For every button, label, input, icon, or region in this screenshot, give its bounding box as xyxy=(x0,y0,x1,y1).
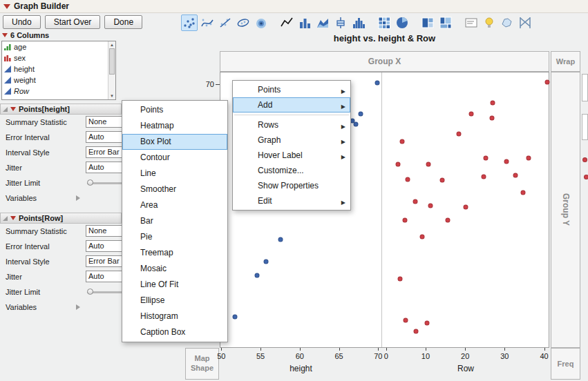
menu-item-ellipse[interactable]: Ellipse xyxy=(122,293,227,309)
data-point-height[interactable] xyxy=(254,273,259,277)
variables-disclosure-icon[interactable] xyxy=(76,304,80,310)
points-height-panel-header[interactable]: Points[height] xyxy=(0,104,122,115)
menu-item-heatmap[interactable]: Heatmap xyxy=(122,118,227,134)
data-point-Row[interactable] xyxy=(424,321,429,326)
menu-item-show-properties[interactable]: Show Properties xyxy=(233,178,350,193)
menu-item-add[interactable]: Add▶ xyxy=(233,97,350,113)
menu-item-edit[interactable]: Edit▶ xyxy=(233,193,350,208)
menu-item-mosaic[interactable]: Mosaic xyxy=(122,261,227,277)
data-point-Row[interactable] xyxy=(413,329,418,333)
menu-item-customize[interactable]: Customize... xyxy=(233,163,350,178)
column-item-row[interactable]: Row xyxy=(2,86,107,97)
parallel-plot-icon[interactable] xyxy=(517,14,533,31)
treemap-icon[interactable] xyxy=(419,14,436,31)
data-point-Row[interactable] xyxy=(481,174,486,179)
data-point-Row[interactable] xyxy=(428,204,433,208)
menu-item-caption-box[interactable]: Caption Box xyxy=(122,324,227,340)
map-shape-icon[interactable] xyxy=(499,14,515,31)
data-point-Row[interactable] xyxy=(513,173,518,177)
box-plot-icon[interactable] xyxy=(332,14,349,31)
data-point-Row[interactable] xyxy=(395,162,400,167)
data-point-Row[interactable] xyxy=(397,277,402,282)
data-point-Row[interactable] xyxy=(463,205,468,210)
menu-item-area[interactable]: Area xyxy=(122,197,227,213)
data-point-Row[interactable] xyxy=(405,177,410,182)
x-axis-row[interactable]: 010203040 xyxy=(382,348,549,363)
column-item-weight[interactable]: weight xyxy=(2,75,107,86)
data-point-Row[interactable] xyxy=(399,139,404,144)
menu-item-graph[interactable]: Graph▶ xyxy=(233,133,350,148)
menu-item-hover-label[interactable]: Hover Label▶ xyxy=(233,148,350,163)
menu-item-box-plot[interactable]: Box Plot xyxy=(122,134,227,150)
data-point-Row[interactable] xyxy=(440,178,445,183)
plot-panel-row[interactable] xyxy=(383,72,549,347)
x-axis-height[interactable]: 5055606570 xyxy=(220,348,382,363)
data-point-Row[interactable] xyxy=(504,159,509,164)
group-y-zone[interactable]: Group Y xyxy=(551,72,580,348)
smoother-icon[interactable] xyxy=(199,14,216,31)
menu-item-histogram[interactable]: Histogram xyxy=(122,309,227,324)
contour-icon[interactable] xyxy=(253,14,269,31)
caption-box-icon[interactable] xyxy=(463,14,480,31)
variables-disclosure-icon[interactable] xyxy=(76,195,80,201)
menu-item-bar[interactable]: Bar xyxy=(122,213,227,229)
bar-chart-icon[interactable] xyxy=(296,14,313,31)
wrap-zone[interactable]: Wrap xyxy=(551,51,580,72)
data-point-Row[interactable] xyxy=(544,79,549,84)
data-point-height[interactable] xyxy=(358,111,363,116)
points-icon[interactable] xyxy=(181,14,198,31)
data-point-Row[interactable] xyxy=(457,131,462,136)
data-point-height[interactable] xyxy=(233,314,238,319)
panel-red-triangle-icon[interactable] xyxy=(10,107,16,111)
menu-item-points[interactable]: Points▶ xyxy=(233,82,350,97)
menu-item-line-of-fit[interactable]: Line Of Fit xyxy=(122,277,227,293)
columns-header[interactable]: 6 Columns xyxy=(2,31,49,39)
formula-icon[interactable] xyxy=(481,14,497,31)
data-point-Row[interactable] xyxy=(419,234,424,239)
column-item-age[interactable]: age xyxy=(2,41,107,52)
data-point-Row[interactable] xyxy=(402,218,407,223)
scrollbar-thumb[interactable] xyxy=(109,48,115,75)
scroll-up-icon[interactable]: ▲ xyxy=(108,43,115,47)
menu-item-pie[interactable]: Pie xyxy=(122,229,227,245)
scroll-down-icon[interactable]: ▼ xyxy=(108,94,115,98)
data-point-Row[interactable] xyxy=(468,111,473,116)
column-item-height[interactable]: height xyxy=(2,63,107,75)
slider-knob[interactable] xyxy=(87,179,93,186)
data-point-Row[interactable] xyxy=(521,190,526,195)
data-point-Row[interactable] xyxy=(483,155,488,160)
data-point-height[interactable] xyxy=(264,260,269,264)
menu-item-smoother[interactable]: Smoother xyxy=(122,182,227,197)
data-point-Row[interactable] xyxy=(403,318,408,323)
map-shape-zone[interactable]: Map Shape xyxy=(185,348,219,380)
data-point-Row[interactable] xyxy=(527,155,531,160)
slider-knob[interactable] xyxy=(87,289,93,295)
line-icon[interactable] xyxy=(278,14,295,31)
data-point-height[interactable] xyxy=(278,237,283,242)
area-icon[interactable] xyxy=(314,14,331,31)
heatmap-icon[interactable] xyxy=(376,14,392,31)
menu-item-line[interactable]: Line xyxy=(122,166,227,182)
start-over-button[interactable]: Start Over xyxy=(45,15,101,29)
columns-red-triangle-icon[interactable] xyxy=(2,33,8,37)
collapse-open-icon[interactable] xyxy=(3,107,8,112)
column-item-sex[interactable]: sex xyxy=(2,52,107,63)
histogram-icon[interactable] xyxy=(350,14,367,31)
ellipse-icon[interactable] xyxy=(235,14,252,31)
panel-red-triangle-icon[interactable] xyxy=(10,216,16,220)
data-point-Row[interactable] xyxy=(491,101,495,106)
menu-item-points[interactable]: Points xyxy=(122,102,227,118)
data-point-height[interactable] xyxy=(353,122,358,127)
menu-item-contour[interactable]: Contour xyxy=(122,150,227,166)
data-point-Row[interactable] xyxy=(446,218,451,223)
data-point-Row[interactable] xyxy=(489,115,494,120)
menu-item-treemap[interactable]: Treemap xyxy=(122,245,227,261)
data-point-height[interactable] xyxy=(375,81,380,86)
data-point-Row[interactable] xyxy=(426,162,431,167)
mosaic-icon[interactable] xyxy=(437,14,454,31)
group-x-zone[interactable]: Group X xyxy=(220,51,549,72)
freq-zone[interactable]: Freq xyxy=(551,348,580,380)
line-of-fit-icon[interactable] xyxy=(217,14,234,31)
undo-button[interactable]: Undo xyxy=(3,15,41,29)
done-button[interactable]: Done xyxy=(104,15,142,29)
